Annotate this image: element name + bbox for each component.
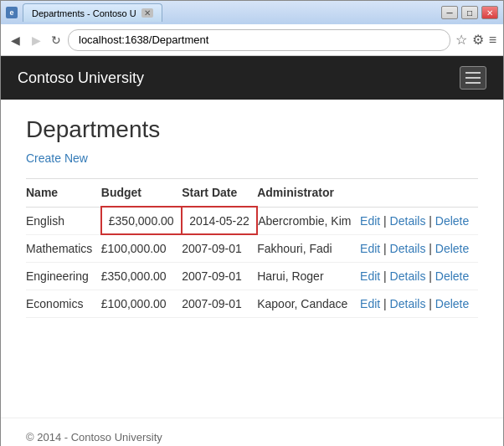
browser-icon: e [6,7,18,18]
hamburger-line [465,77,481,79]
delete-link[interactable]: Delete [435,269,469,283]
maximize-button[interactable]: □ [461,6,478,19]
sep: | [380,242,389,255]
table-header-row: Name Budget Start Date Administrator [26,179,478,208]
app-title: Contoso University [18,69,144,87]
address-bar[interactable] [68,29,450,51]
details-link[interactable]: Details [390,269,426,283]
sep: | [380,214,389,228]
sep: | [425,214,435,228]
cell-start-date: 2014-05-22 [182,207,257,234]
sep: | [380,269,389,283]
tab-label: Departments - Contoso U [32,8,136,18]
col-header-budget: Budget [101,179,182,208]
col-header-name: Name [26,179,101,208]
table-row: Mathematics£100,000.002007-09-01Fakhouri… [26,234,478,263]
cell-name: English [26,207,101,234]
create-new-link[interactable]: Create New [26,151,88,165]
settings-button[interactable]: ⚙ [472,32,484,48]
browser-tab[interactable]: Departments - Contoso U ✕ [23,3,162,22]
delete-link[interactable]: Delete [435,242,469,255]
col-header-actions [360,179,478,208]
sep: | [425,269,435,283]
table-row: English£350,000.002014-05-22Abercrombie,… [26,207,478,234]
nav-toggle-button[interactable] [460,66,486,90]
sep: | [425,242,435,255]
details-link[interactable]: Details [390,214,426,228]
page-title: Departments [26,116,478,143]
cell-budget: £100,000.00 [101,234,182,263]
footer-text: © 2014 - Contoso University [26,431,162,443]
app-header: Contoso University [1,56,503,100]
sep: | [380,297,389,310]
back-button[interactable]: ◀ [8,32,23,49]
bookmark-button[interactable]: ☆ [455,32,467,48]
nav-bar: ◀ ▶ ↻ ☆ ⚙ ≡ [1,24,503,56]
details-link[interactable]: Details [390,297,426,310]
sep: | [425,297,435,310]
cell-administrator: Kapoor, Candace [257,290,360,318]
col-header-start-date: Start Date [182,179,257,208]
cell-start-date: 2007-09-01 [182,290,257,318]
cell-administrator: Abercrombie, Kim [257,207,360,234]
window-controls: ─ □ ✕ [441,6,498,19]
table-row: Economics£100,000.002007-09-01Kapoor, Ca… [26,290,478,318]
cell-name: Engineering [26,263,101,290]
edit-link[interactable]: Edit [360,214,380,228]
minimize-button[interactable]: ─ [441,6,458,19]
col-header-administrator: Administrator [257,179,360,208]
cell-actions: Edit | Details | Delete [360,263,478,290]
tab-close-button[interactable]: ✕ [141,8,153,18]
cell-actions: Edit | Details | Delete [360,207,478,234]
cell-budget: £100,000.00 [101,290,182,318]
forward-button[interactable]: ▶ [28,32,44,49]
delete-link[interactable]: Delete [435,297,469,310]
cell-actions: Edit | Details | Delete [360,234,478,263]
hamburger-line [465,72,481,74]
table-row: Engineering£350,000.002007-09-01Harui, R… [26,263,478,290]
cell-start-date: 2007-09-01 [182,263,257,290]
cell-budget: £350,000.00 [101,207,182,234]
cell-actions: Edit | Details | Delete [360,290,478,318]
cell-name: Mathematics [26,234,101,263]
cell-name: Economics [26,290,101,318]
footer: © 2014 - Contoso University [1,418,503,446]
cell-budget: £350,000.00 [101,263,182,290]
departments-table: Name Budget Start Date Administrator Eng… [26,178,478,318]
cell-administrator: Fakhouri, Fadi [257,234,360,263]
tab-area: Departments - Contoso U ✕ [23,3,162,22]
reload-button[interactable]: ↻ [49,32,63,49]
cell-start-date: 2007-09-01 [182,234,257,263]
edit-link[interactable]: Edit [360,242,380,255]
browser-window: e Departments - Contoso U ✕ ─ □ ✕ ◀ ▶ ↻ … [0,0,504,446]
hamburger-line [465,82,481,84]
browser-menu-button[interactable]: ≡ [489,33,496,48]
main-content: Departments Create New Name Budget Start… [1,100,503,418]
details-link[interactable]: Details [390,242,426,255]
edit-link[interactable]: Edit [360,269,380,283]
close-button[interactable]: ✕ [481,6,498,19]
cell-administrator: Harui, Roger [257,263,360,290]
edit-link[interactable]: Edit [360,297,380,310]
title-bar: e Departments - Contoso U ✕ ─ □ ✕ [1,1,503,24]
delete-link[interactable]: Delete [435,214,469,228]
